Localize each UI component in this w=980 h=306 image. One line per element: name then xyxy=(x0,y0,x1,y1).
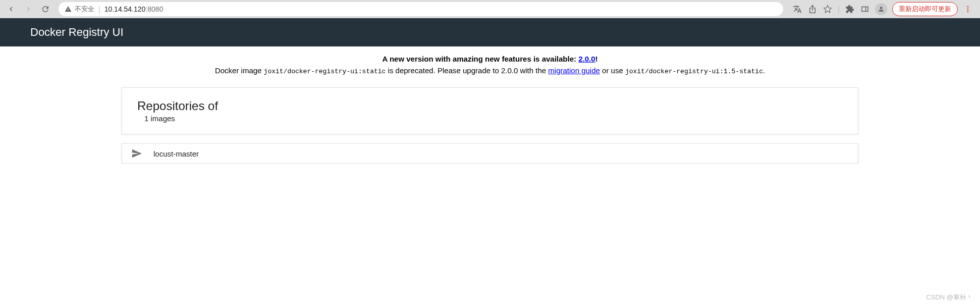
warning-icon xyxy=(65,6,72,13)
new-image-code: joxit/docker-registry-ui:1.5-static xyxy=(625,68,763,75)
notice-text-a: Docker image xyxy=(215,66,264,75)
repositories-count: 1 images xyxy=(144,114,843,123)
notice-text-c: or use xyxy=(600,66,625,75)
repositories-title: Repositories of xyxy=(137,99,843,113)
repositories-card: Repositories of 1 images xyxy=(122,87,858,134)
translate-icon[interactable] xyxy=(792,4,802,14)
sidepanel-icon[interactable] xyxy=(860,4,870,14)
url-port: :8080 xyxy=(145,5,163,13)
send-icon xyxy=(131,148,142,159)
extensions-icon[interactable] xyxy=(845,4,855,14)
svg-point-1 xyxy=(967,9,969,10)
browser-toolbar: 不安全 | 10.14.54.120:8080 | 重新启动即可更新 xyxy=(0,0,980,18)
toolbar-separator: | xyxy=(838,5,840,14)
app-header: Docker Registry UI xyxy=(0,18,980,46)
notice-prefix: A new version with amazing new features … xyxy=(382,55,578,63)
notice-line1: A new version with amazing new features … xyxy=(0,55,980,63)
address-bar[interactable]: 不安全 | 10.14.54.120:8080 xyxy=(59,2,783,16)
notice-line2: Docker image joxit/docker-registry-ui:st… xyxy=(0,66,980,75)
reload-button[interactable] xyxy=(38,2,52,16)
notice-suffix: ! xyxy=(595,55,598,63)
share-icon[interactable] xyxy=(807,4,818,14)
forward-button[interactable] xyxy=(21,2,35,16)
main-container: Repositories of 1 images locust-master xyxy=(117,87,863,164)
profile-avatar[interactable] xyxy=(875,3,887,15)
notice-text-d: . xyxy=(763,66,765,75)
update-button[interactable]: 重新启动即可更新 xyxy=(892,2,958,16)
app-title: Docker Registry UI xyxy=(30,26,124,39)
version-notice: A new version with amazing new features … xyxy=(0,46,980,81)
migration-guide-link[interactable]: migration guide xyxy=(548,66,600,75)
security-indicator[interactable]: 不安全 xyxy=(65,5,94,14)
toolbar-right: | 重新启动即可更新 xyxy=(789,2,976,16)
menu-icon[interactable] xyxy=(963,5,973,13)
repository-name: locust-master xyxy=(153,149,199,158)
person-icon xyxy=(878,6,885,13)
url-divider: | xyxy=(98,5,100,13)
security-label: 不安全 xyxy=(75,5,94,14)
back-button[interactable] xyxy=(4,2,18,16)
repository-row[interactable]: locust-master xyxy=(122,143,858,164)
star-icon[interactable] xyxy=(823,4,833,14)
svg-point-2 xyxy=(967,11,969,12)
svg-point-0 xyxy=(967,6,969,8)
notice-text-b: is deprecated. Please upgrade to 2.0.0 w… xyxy=(386,66,548,75)
version-link[interactable]: 2.0.0 xyxy=(578,55,595,63)
deprecated-image-code: joxit/docker-registry-ui:static xyxy=(264,68,386,75)
url-host: 10.14.54.120 xyxy=(104,5,146,13)
